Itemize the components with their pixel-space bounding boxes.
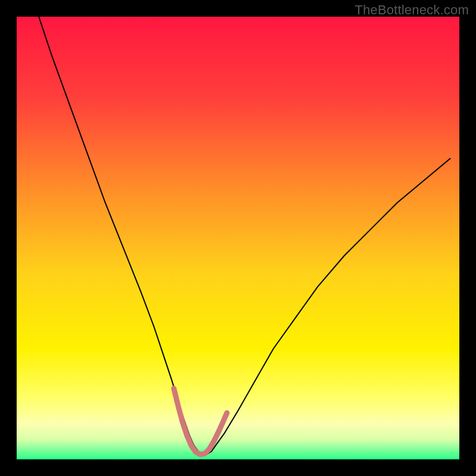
- watermark-text: TheBottleneck.com: [355, 2, 469, 18]
- chart-plot: [17, 17, 459, 459]
- chart-background: [17, 17, 459, 459]
- chart-frame: TheBottleneck.com: [0, 0, 476, 476]
